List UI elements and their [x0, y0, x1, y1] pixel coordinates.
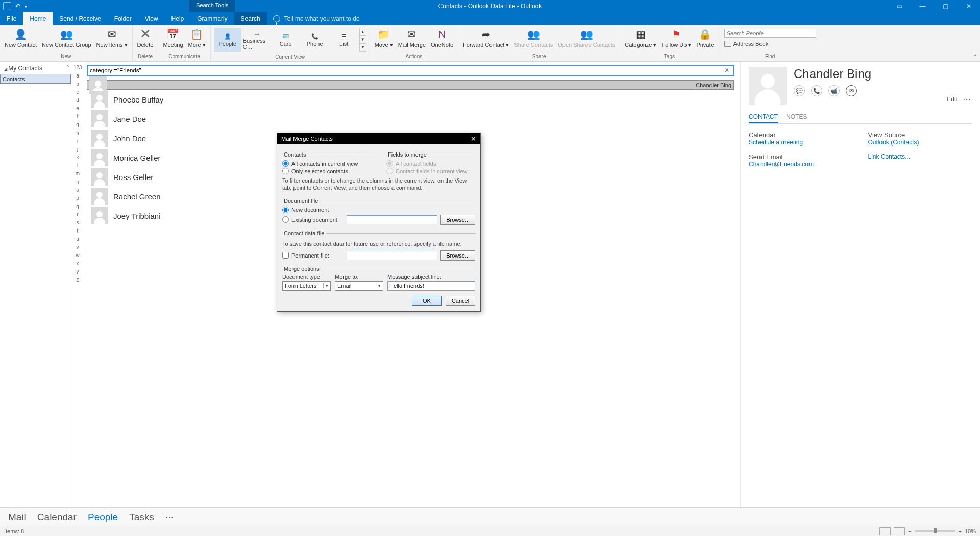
cancel-button[interactable]: Cancel	[446, 296, 475, 306]
edit-contact-link[interactable]: Edit	[947, 96, 958, 103]
tab-home[interactable]: Home	[23, 12, 53, 25]
move-button[interactable]: 📁Move ▾	[372, 27, 396, 49]
new-items-button[interactable]: ✉New Items ▾	[94, 27, 130, 49]
minimize-button[interactable]: —	[911, 0, 934, 12]
alpha-o[interactable]: o	[76, 187, 79, 195]
switch-calendar[interactable]: Calendar	[37, 512, 77, 523]
alpha-u[interactable]: u	[76, 236, 79, 244]
view-people[interactable]: 👤People	[214, 28, 241, 52]
onenote-button[interactable]: NOneNote	[428, 27, 456, 49]
nav-header-my-contacts[interactable]: My Contacts	[0, 62, 71, 74]
alpha-v[interactable]: v	[77, 244, 79, 252]
radio-all-contacts-current-view[interactable]: All contacts in current view	[282, 160, 371, 167]
radio-only-selected-contacts[interactable]: Only selected contacts	[282, 167, 371, 175]
alpha-z[interactable]: z	[77, 277, 79, 285]
maximize-button[interactable]: ▢	[934, 0, 957, 12]
collapse-nav-icon[interactable]: ‹	[67, 63, 69, 68]
alpha-123[interactable]: 123	[74, 65, 82, 73]
mail-merge-button[interactable]: ✉Mail Merge	[396, 27, 428, 49]
switch-mail[interactable]: Mail	[8, 512, 26, 523]
contact-row[interactable]: Phoebe Buffay	[87, 90, 734, 109]
zoom-out-button[interactable]: −	[908, 528, 911, 534]
private-button[interactable]: 🔒Private	[694, 27, 716, 49]
contact-row[interactable]: Chandler Bing	[87, 80, 734, 90]
zoom-in-button[interactable]: +	[959, 528, 962, 534]
radio-contact-fields-current-view[interactable]: Contact fields in current view	[386, 167, 475, 175]
nav-item-contacts[interactable]: Contacts	[0, 74, 71, 84]
categorize-button[interactable]: ▦Categorize ▾	[622, 27, 659, 49]
tab-send-receive[interactable]: Send / Receive	[53, 12, 107, 25]
alpha-h[interactable]: h	[76, 130, 79, 138]
switch-tasks[interactable]: Tasks	[129, 512, 154, 523]
tab-view[interactable]: View	[138, 12, 165, 25]
clear-search-icon[interactable]: ✕	[723, 67, 731, 74]
ok-button[interactable]: OK	[412, 296, 442, 306]
browse-existing-document-button[interactable]: Browse...	[440, 215, 475, 225]
existing-document-path-input[interactable]	[347, 215, 437, 224]
radio-all-contact-fields[interactable]: All contact fields	[386, 160, 475, 167]
qat-dropdown-icon[interactable]	[24, 3, 27, 10]
more-actions-icon[interactable]: ⋯	[963, 94, 972, 104]
tab-file[interactable]: File	[0, 12, 23, 25]
follow-up-button[interactable]: ⚑Follow Up ▾	[659, 27, 694, 49]
permanent-file-path-input[interactable]	[347, 251, 437, 260]
contact-row[interactable]: Jane Doe	[87, 109, 734, 129]
alpha-y[interactable]: y	[77, 269, 79, 277]
switch-more-icon[interactable]: ⋯	[165, 512, 175, 522]
link-contacts-link[interactable]: Link Contacts...	[868, 153, 972, 160]
search-tools-contextual-tab[interactable]: Search Tools	[189, 0, 235, 12]
forward-contact-button[interactable]: ➦Forward Contact ▾	[460, 27, 511, 49]
alpha-j[interactable]: j	[77, 146, 78, 155]
alpha-w[interactable]: w	[76, 252, 79, 261]
radio-existing-document[interactable]: Existing document:	[282, 216, 344, 223]
view-business-card[interactable]: ▭Business C…	[243, 28, 271, 52]
search-contacts-input[interactable]	[90, 67, 723, 73]
new-contact-group-button[interactable]: 👥New Contact Group	[39, 27, 94, 49]
tab-grammarly[interactable]: Grammarly	[190, 12, 234, 25]
alpha-r[interactable]: r	[77, 212, 78, 220]
view-list[interactable]: ☰List	[330, 28, 358, 52]
delete-button[interactable]: ✕Delete	[135, 27, 156, 49]
browse-permanent-file-button[interactable]: Browse...	[440, 250, 475, 261]
radio-new-document[interactable]: New document	[282, 206, 475, 214]
message-subject-input[interactable]	[387, 281, 475, 291]
detail-tab-contact[interactable]: CONTACT	[749, 111, 778, 123]
current-view-gallery[interactable]: 👤People ▭Business C… 🪪Card 📞Phone ☰List …	[213, 27, 368, 53]
alpha-k[interactable]: k	[77, 155, 79, 163]
alpha-e[interactable]: e	[76, 106, 79, 114]
dialog-close-button[interactable]: ✕	[471, 135, 476, 143]
zoom-level[interactable]: 10%	[965, 528, 976, 534]
tab-search[interactable]: Search	[234, 12, 267, 25]
tell-me-search[interactable]: Tell me what you want to do	[267, 12, 366, 25]
view-phone[interactable]: 📞Phone	[301, 28, 329, 52]
alpha-b[interactable]: b	[76, 81, 79, 89]
alpha-x[interactable]: x	[77, 261, 79, 269]
alpha-t[interactable]: t	[77, 228, 79, 236]
tab-help[interactable]: Help	[165, 12, 191, 25]
contact-email-link[interactable]: Chandler@Friends.com	[749, 161, 853, 168]
normal-view-button[interactable]	[879, 527, 891, 535]
switch-people[interactable]: People	[88, 512, 118, 523]
zoom-slider[interactable]	[915, 530, 955, 532]
alpha-n[interactable]: n	[76, 179, 79, 187]
detail-tab-notes[interactable]: NOTES	[786, 111, 807, 123]
reading-view-button[interactable]	[894, 527, 905, 535]
checkbox-permanent-file[interactable]: Permanent file:	[282, 251, 344, 259]
close-button[interactable]: ✕	[957, 0, 980, 12]
new-contact-button[interactable]: 👤New Contact	[2, 27, 39, 49]
tab-folder[interactable]: Folder	[108, 12, 138, 25]
address-book-button[interactable]: Address Book	[724, 41, 816, 47]
alpha-q[interactable]: q	[76, 203, 79, 212]
alpha-d[interactable]: d	[76, 97, 79, 106]
alpha-g[interactable]: g	[76, 122, 79, 130]
alpha-s[interactable]: s	[77, 220, 79, 228]
more-communicate-button[interactable]: 📋More ▾	[186, 27, 208, 49]
alpha-a[interactable]: a	[76, 73, 79, 81]
document-type-select[interactable]: Form Letters▾	[282, 281, 331, 291]
search-contacts-box[interactable]: ✕	[87, 65, 734, 76]
schedule-meeting-link[interactable]: Schedule a meeting	[749, 139, 853, 146]
outlook-contacts-link[interactable]: Outlook (Contacts)	[868, 139, 972, 146]
ribbon-display-options-icon[interactable]: ▭	[888, 0, 911, 12]
undo-icon[interactable]	[15, 3, 20, 10]
alpha-m[interactable]: m	[76, 171, 80, 179]
